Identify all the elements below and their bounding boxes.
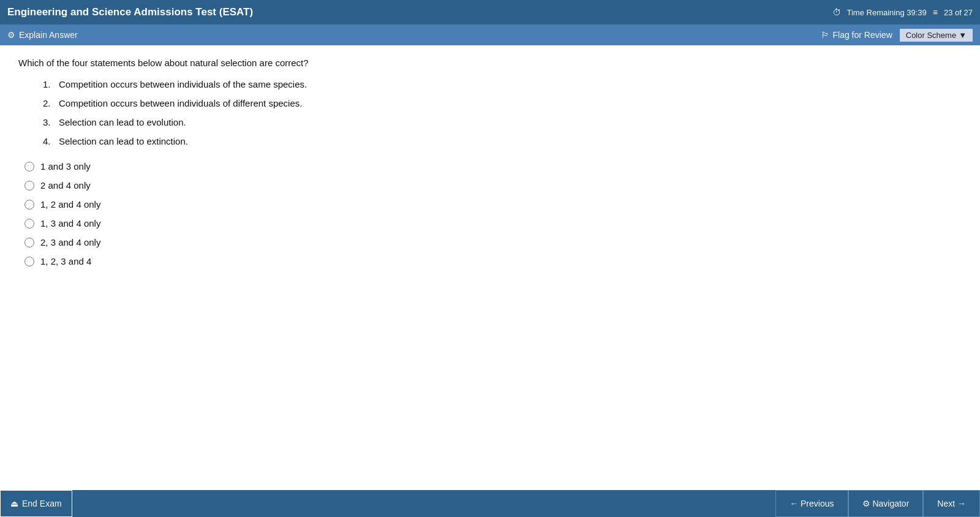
option-label: 1, 3 and 4 only: [40, 218, 100, 228]
timer-label: Time Remaining 39:39: [847, 8, 927, 17]
statement-num: 4.: [43, 136, 55, 146]
bottom-bar: ⏏ End Exam ← Previous ⚙ Navigator Next →: [0, 490, 980, 517]
timer-icon: ⏱: [832, 7, 841, 17]
option-radio-4[interactable]: [24, 238, 34, 247]
previous-label: ← Previous: [790, 499, 834, 508]
option-item[interactable]: 2 and 4 only: [24, 180, 962, 191]
main-content: Which of the four statements below about…: [0, 45, 980, 490]
statement-item: 2.Competition occurs between individuals…: [43, 98, 962, 108]
statement-text: Competition occurs between individuals o…: [59, 98, 302, 108]
question-text: Which of the four statements below about…: [18, 58, 962, 68]
explain-answer-button[interactable]: ⚙ Explain Answer: [7, 30, 78, 40]
option-label: 2, 3 and 4 only: [40, 237, 100, 247]
next-label: Next →: [937, 499, 966, 508]
statement-text: Selection can lead to extinction.: [59, 136, 188, 146]
color-scheme-button[interactable]: Color Scheme ▼: [900, 29, 973, 42]
statement-text: Selection can lead to evolution.: [59, 117, 186, 127]
previous-button[interactable]: ← Previous: [775, 490, 848, 517]
statement-num: 3.: [43, 117, 55, 127]
question-count: 23 of 27: [944, 8, 973, 17]
option-item[interactable]: 2, 3 and 4 only: [24, 237, 962, 247]
options-list: 1 and 3 only2 and 4 only1, 2 and 4 only1…: [24, 161, 962, 266]
page-title: Engineering and Science Admissions Test …: [7, 6, 253, 18]
flag-icon: 🏳: [821, 30, 829, 40]
option-radio-5[interactable]: [24, 257, 34, 266]
sub-bar: ⚙ Explain Answer 🏳 Flag for Review Color…: [0, 25, 980, 45]
option-item[interactable]: 1, 2, 3 and 4: [24, 256, 962, 266]
next-button[interactable]: Next →: [923, 490, 980, 517]
end-exam-label: End Exam: [22, 499, 62, 508]
option-label: 2 and 4 only: [40, 180, 91, 191]
nav-buttons: ← Previous ⚙ Navigator Next →: [775, 490, 980, 517]
option-label: 1, 2, 3 and 4: [40, 256, 91, 266]
question-count-icon: ≡: [933, 7, 938, 17]
explain-icon: ⚙: [7, 30, 15, 40]
statements-list: 1.Competition occurs between individuals…: [43, 79, 962, 146]
option-item[interactable]: 1, 2 and 4 only: [24, 199, 962, 209]
statement-item: 1.Competition occurs between individuals…: [43, 79, 962, 89]
navigator-button[interactable]: ⚙ Navigator: [848, 490, 924, 517]
top-bar-right: ⏱ Time Remaining 39:39 ≡ 23 of 27: [832, 7, 973, 17]
navigator-label: ⚙ Navigator: [862, 499, 910, 508]
flag-review-label: Flag for Review: [832, 30, 892, 40]
option-item[interactable]: 1, 3 and 4 only: [24, 218, 962, 228]
option-radio-3[interactable]: [24, 219, 34, 228]
statement-item: 4.Selection can lead to extinction.: [43, 136, 962, 146]
flag-review-button[interactable]: 🏳 Flag for Review: [821, 30, 892, 40]
top-bar: Engineering and Science Admissions Test …: [0, 0, 980, 25]
exit-icon: ⏏: [10, 499, 18, 508]
statement-num: 2.: [43, 98, 55, 108]
statement-num: 1.: [43, 79, 55, 89]
option-radio-2[interactable]: [24, 200, 34, 209]
option-label: 1, 2 and 4 only: [40, 199, 100, 209]
color-scheme-label: Color Scheme: [906, 31, 956, 40]
explain-answer-label: Explain Answer: [19, 30, 78, 40]
option-label: 1 and 3 only: [40, 161, 91, 172]
chevron-down-icon: ▼: [959, 31, 967, 40]
statement-item: 3.Selection can lead to evolution.: [43, 117, 962, 127]
statement-text: Competition occurs between individuals o…: [59, 79, 307, 89]
end-exam-button[interactable]: ⏏ End Exam: [0, 490, 72, 517]
option-radio-1[interactable]: [24, 181, 34, 191]
sub-bar-right: 🏳 Flag for Review Color Scheme ▼: [821, 29, 973, 42]
option-item[interactable]: 1 and 3 only: [24, 161, 962, 172]
option-radio-0[interactable]: [24, 162, 34, 172]
